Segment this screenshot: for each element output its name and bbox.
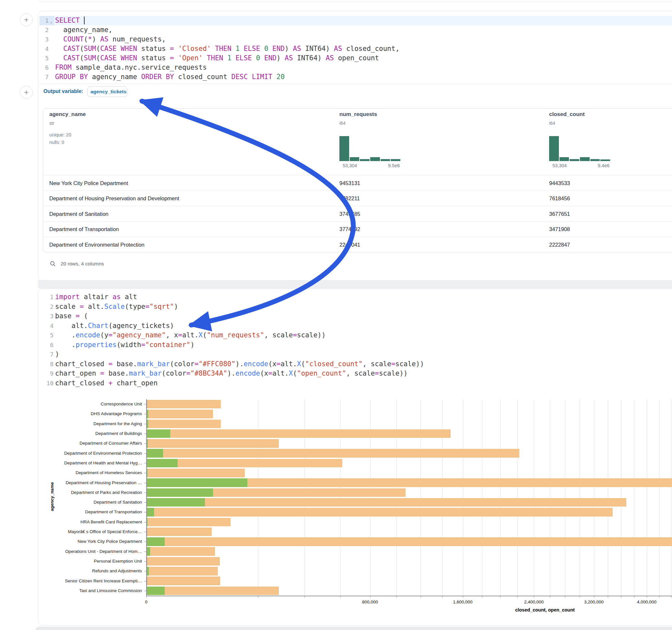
next-cell-fragment — [35, 627, 672, 630]
histogram-min-label: 53,304 — [343, 163, 357, 168]
code-line[interactable]: 4 CAST(SUM(CASE WHEN status = 'Closed' T… — [38, 44, 672, 53]
table-footer-summary: 20 rows, 4 columns — [61, 261, 104, 267]
code-line[interactable]: 4 alt.Chart(agency_tickets) — [38, 321, 672, 331]
code-line[interactable]: 8chart_closed = base.mark_bar(color="#FF… — [38, 359, 672, 369]
code-line[interactable]: 7) — [38, 350, 672, 359]
line-number: 8 — [40, 359, 53, 369]
dataframe-table: agency_namestrunique: 20nulls: 0num_requ… — [43, 108, 672, 252]
histogram-bar — [570, 159, 579, 161]
line-number: 2 — [40, 302, 53, 312]
code-text: FROM sample_data.nyc.service_requests — [55, 63, 207, 72]
histogram-bar — [381, 159, 390, 161]
table-cell: Department of Transportation — [49, 226, 119, 232]
histogram-max-label: 9.4e6 — [598, 163, 609, 168]
histogram-bar — [370, 157, 380, 161]
text-cursor — [84, 17, 85, 24]
code-line[interactable]: 3 COUNT(*) AS num_requests, — [38, 35, 672, 44]
line-number: 7 — [40, 350, 53, 359]
line-number: 10 — [40, 379, 53, 388]
python-editor[interactable]: 1import altair as alt2scale = alt.Scale(… — [38, 292, 672, 388]
table-cell: 3471908 — [549, 226, 570, 232]
table-row[interactable]: Department of Sanitation37494853677651 — [43, 206, 672, 222]
sql-cell: 1⌄SELECT 2 agency_name,3 COUNT(*) AS num… — [38, 11, 672, 281]
add-cell-button-output[interactable]: + — [20, 86, 33, 99]
column-title: closed_count — [549, 111, 585, 118]
output-variable-label: Output variable: — [44, 84, 83, 98]
table-cell: Department of Environmental Protection — [49, 241, 144, 248]
code-line[interactable]: 2 agency_name, — [38, 25, 672, 35]
table-cell: 3677651 — [549, 211, 570, 217]
sql-editor[interactable]: 1⌄SELECT 2 agency_name,3 COUNT(*) AS num… — [38, 16, 672, 82]
line-number: 6 — [40, 340, 53, 350]
code-line[interactable]: 5 .encode(y="agency_name", x=alt.X("num_… — [38, 331, 672, 340]
column-stat: nulls: 0 — [49, 140, 64, 145]
code-line[interactable]: 2scale = alt.Scale(type="sqrt") — [38, 302, 672, 312]
table-cell: 9453131 — [339, 180, 360, 186]
code-line[interactable]: 3⌄base = ( — [38, 311, 672, 321]
column-type: i64 — [339, 121, 345, 126]
line-number: 3 — [40, 35, 49, 44]
code-line[interactable]: 5 CAST(SUM(CASE WHEN status = 'Open' THE… — [38, 53, 672, 63]
output-variable-pill[interactable]: agency_tickets — [87, 86, 127, 97]
code-line[interactable]: 10chart_closed + chart_open — [38, 379, 672, 388]
column-title: agency_name — [49, 111, 86, 118]
cell-gap — [38, 280, 672, 288]
python-cell: 1import altair as alt2scale = alt.Scale(… — [38, 288, 672, 626]
column-stat: unique: 20 — [49, 132, 71, 138]
table-row[interactable]: Department of Housing Preservation and D… — [43, 191, 672, 207]
code-text: alt.Chart(agency_tickets) — [55, 321, 174, 331]
histogram-bar — [559, 157, 569, 161]
column-type: i64 — [549, 121, 555, 126]
code-text: GROUP BY agency_name ORDER BY closed_cou… — [55, 72, 285, 82]
search-icon[interactable] — [50, 261, 56, 267]
column-histogram — [549, 136, 610, 161]
table-cell: 2240041 — [339, 241, 360, 248]
code-text: import altair as alt — [55, 292, 137, 302]
active-line-highlight — [40, 16, 672, 25]
table-cell: 7782211 — [339, 195, 360, 201]
line-number: 1 — [40, 16, 49, 25]
add-cell-button-top[interactable]: + — [20, 13, 33, 26]
histogram-bar — [391, 159, 400, 161]
histogram-bar — [549, 136, 559, 161]
table-cell: 9443533 — [549, 180, 570, 186]
histogram-min-label: 53,304 — [552, 163, 567, 168]
line-number: 1 — [40, 292, 53, 302]
code-text: chart_closed = base.mark_bar(color="#FFC… — [55, 359, 424, 369]
line-number: 6 — [40, 63, 49, 72]
code-text: ) — [55, 350, 59, 359]
table-cell: 3749485 — [339, 211, 360, 217]
table-cell: New York City Police Department — [49, 180, 128, 186]
divider — [39, 83, 672, 84]
table-cell: 3774892 — [339, 226, 360, 232]
code-text: .encode(y="agency_name", x=alt.X("num_re… — [55, 331, 326, 340]
column-histogram — [339, 136, 400, 161]
code-line[interactable]: 6FROM sample_data.nyc.service_requests — [38, 63, 672, 72]
histogram-bar — [339, 136, 349, 161]
line-number: 4 — [40, 321, 53, 331]
code-text: .properties(width="container") — [55, 340, 194, 350]
code-line[interactable]: 7GROUP BY agency_name ORDER BY closed_co… — [38, 72, 672, 82]
code-text: SELECT — [55, 16, 85, 25]
code-line[interactable]: 9chart_open = base.mark_bar(color="#8BC3… — [38, 369, 672, 379]
code-text: agency_name, — [55, 25, 113, 35]
fold-chevron-icon[interactable]: ⌄ — [50, 17, 52, 26]
code-line[interactable]: 1import altair as alt — [38, 292, 672, 302]
code-text: CAST(SUM(CASE WHEN status = 'Closed' THE… — [55, 44, 399, 53]
line-number: 4 — [40, 44, 49, 53]
table-row[interactable]: New York City Police Department945313194… — [43, 175, 672, 191]
output-variable-value: agency_tickets — [91, 89, 126, 94]
table-row[interactable]: Department of Transportation377489234719… — [43, 221, 672, 237]
histogram-bar — [360, 159, 369, 161]
table-cell: Department of Housing Preservation and D… — [49, 195, 179, 201]
line-number: 2 — [40, 25, 49, 35]
table-cell: Department of Sanitation — [49, 211, 109, 217]
table-cell: 7618456 — [549, 195, 570, 201]
code-text: chart_open = base.mark_bar(color="#8BC34… — [55, 369, 407, 379]
table-row[interactable]: Department of Environmental Protection22… — [43, 237, 672, 252]
code-line[interactable]: 6 .properties(width="container") — [38, 340, 672, 350]
code-line[interactable]: 1⌄SELECT — [38, 16, 672, 25]
code-text: base = ( — [55, 311, 88, 321]
line-number: 3 — [40, 311, 53, 321]
histogram-bar — [580, 157, 590, 161]
